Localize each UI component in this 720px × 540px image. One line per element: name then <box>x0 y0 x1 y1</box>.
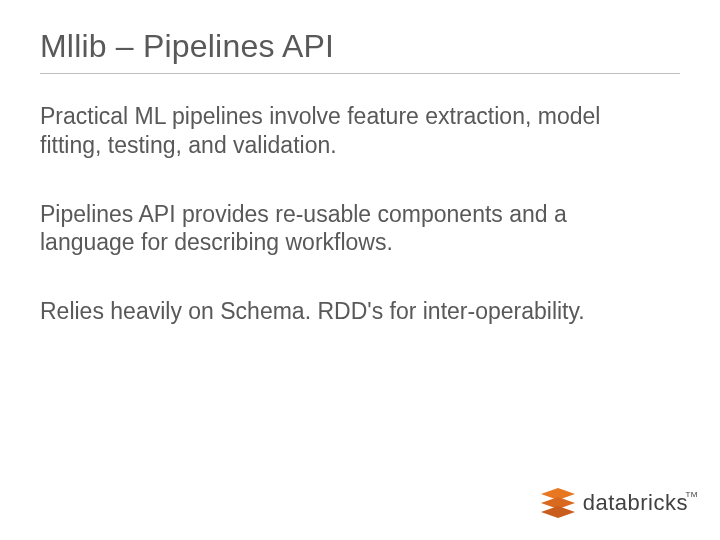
logo-tm: TM <box>685 490 698 499</box>
slide: Mllib – Pipelines API Practical ML pipel… <box>0 0 720 540</box>
slide-title: Mllib – Pipelines API <box>40 28 680 65</box>
paragraph-3: Relies heavily on Schema. RDD's for inte… <box>40 297 660 326</box>
databricks-logo: databricks TM <box>541 488 688 518</box>
paragraph-2: Pipelines API provides re-usable compone… <box>40 200 660 258</box>
title-rule <box>40 73 680 74</box>
databricks-logo-text: databricks TM <box>583 490 688 516</box>
paragraph-1: Practical ML pipelines involve feature e… <box>40 102 660 160</box>
logo-word: databricks <box>583 490 688 515</box>
databricks-logo-icon <box>541 488 575 518</box>
svg-marker-2 <box>541 506 575 518</box>
